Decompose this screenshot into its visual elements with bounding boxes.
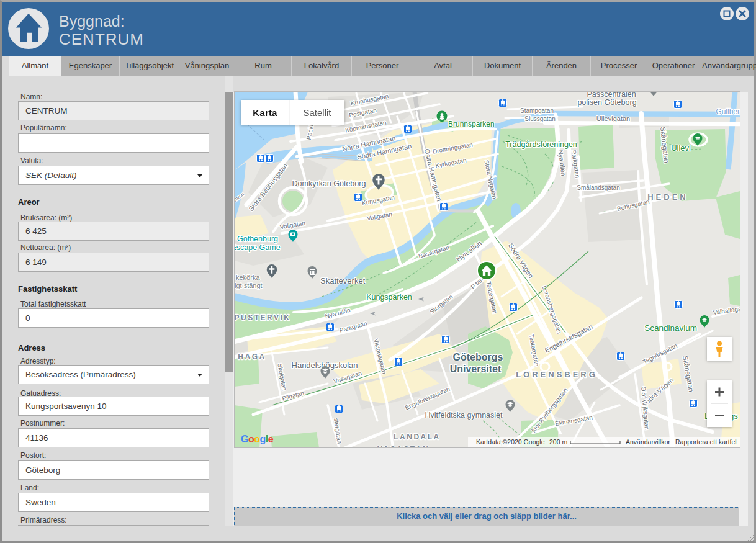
svg-text:LANDALA: LANDALA <box>394 433 441 441</box>
svg-text:Ullevigatan: Ullevigatan <box>596 115 630 122</box>
svg-text:Google: Google <box>241 434 274 444</box>
svg-text:Ullevi: Ullevi <box>671 143 691 153</box>
svg-text:Kartdata ©2020 Google: Kartdata ©2020 Google <box>476 438 545 446</box>
svg-text:Gullberg: Gullberg <box>716 107 740 116</box>
svg-text:HEDEN: HEDEN <box>647 192 688 202</box>
svg-text:Användarvillkor: Användarvillkor <box>626 438 670 446</box>
svg-text:HAGA: HAGA <box>238 352 266 361</box>
svg-text:Escape Game: Escape Game <box>235 243 281 252</box>
svg-text:Smålandsgatan: Smålandsgatan <box>577 184 620 191</box>
svg-text:Slussgatan: Slussgatan <box>524 115 555 122</box>
svg-text:Göteborgs: Göteborgs <box>453 352 503 362</box>
svg-text:Universitet: Universitet <box>450 364 502 374</box>
svg-text:Skatteverket: Skatteverket <box>320 276 366 285</box>
svg-text:igt stängt: igt stängt <box>235 282 263 289</box>
svg-text:Satellit: Satellit <box>303 107 331 118</box>
svg-text:Stampgatan: Stampgatan <box>520 107 554 114</box>
svg-text:VASASTAN: VASASTAN <box>377 445 430 447</box>
svg-text:Scandinavium: Scandinavium <box>644 323 697 333</box>
svg-text:Kungsparken: Kungsparken <box>366 293 412 302</box>
svg-text:Domkyrkan Göteborg: Domkyrkan Göteborg <box>292 179 366 188</box>
svg-text:Brunnsparken: Brunnsparken <box>448 120 495 128</box>
svg-text:LORENSBERG: LORENSBERG <box>516 370 598 379</box>
svg-text:Rapportera ett kartfel: Rapportera ett kartfel <box>675 438 737 446</box>
svg-text:Trädgårdsföreningen: Trädgårdsföreningen <box>505 140 577 149</box>
svg-text:kekörka: kekörka <box>236 274 260 281</box>
svg-text:polisen Göteborg: polisen Göteborg <box>577 98 636 107</box>
svg-text:200 m: 200 m <box>549 438 567 446</box>
svg-text:Gothenburg: Gothenburg <box>237 235 278 243</box>
svg-text:Hvitfeldtska gymnasiet: Hvitfeldtska gymnasiet <box>425 411 503 420</box>
svg-text:Karta: Karta <box>253 107 277 118</box>
svg-text:PUSTERVIK: PUSTERVIK <box>235 313 290 322</box>
